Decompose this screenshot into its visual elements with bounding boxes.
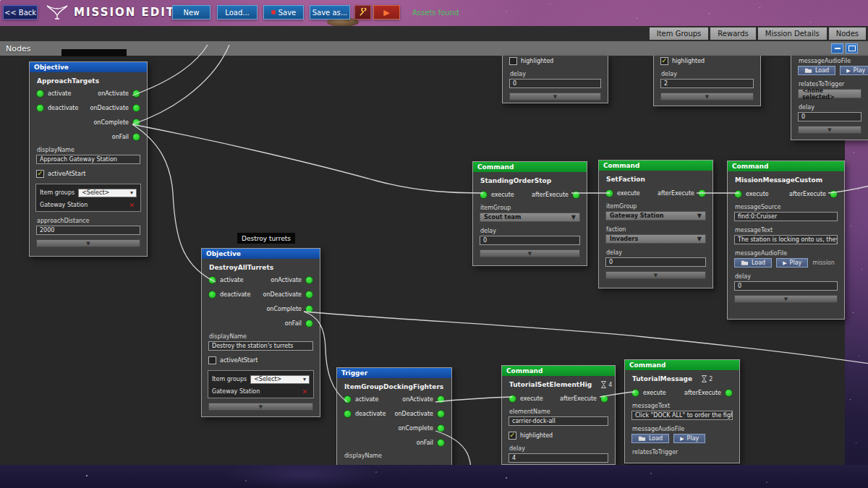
port-on-complete[interactable] <box>437 424 445 432</box>
tab-item-groups[interactable]: Item Groups <box>650 27 709 40</box>
node-header[interactable]: Command <box>473 162 587 172</box>
port-deactivate[interactable] <box>208 291 216 299</box>
highlighted-checkbox[interactable]: ✓ <box>509 432 516 440</box>
port-after-execute[interactable] <box>830 190 838 198</box>
port-after-execute[interactable] <box>725 389 733 397</box>
item-group-select[interactable]: <Select>▾ <box>78 189 137 197</box>
port-deactivate[interactable] <box>36 104 44 112</box>
node-header[interactable]: Objective <box>30 62 147 72</box>
delay-input[interactable]: 0 <box>480 236 580 245</box>
message-text-input[interactable]: The station is locking onto us, they've … <box>734 235 838 244</box>
approach-distance-input[interactable]: 2000 <box>36 226 140 235</box>
node-command-set-faction[interactable]: Command SetFaction executeafterExecute i… <box>598 160 713 288</box>
port-execute[interactable] <box>480 191 488 199</box>
back-button[interactable]: << Back <box>3 5 38 20</box>
display-name-input[interactable]: Approach Gateway Station <box>36 155 140 164</box>
collapse-node-button[interactable]: ▼ <box>208 403 313 411</box>
item-group-select[interactable]: <Select>▾ <box>250 375 310 384</box>
item-group-dropdown[interactable]: Gateway Station▼ <box>605 211 706 221</box>
port-on-deactivate[interactable] <box>305 291 313 299</box>
minimize-panel-button[interactable] <box>831 43 843 53</box>
load-audio-button[interactable]: Load <box>631 434 669 443</box>
port-deactivate[interactable] <box>344 410 352 418</box>
port-on-fail[interactable] <box>437 439 445 447</box>
port-activate[interactable] <box>208 276 216 284</box>
node-header[interactable]: Trigger <box>337 368 451 378</box>
play-audio-button[interactable]: ▶Play <box>673 434 705 443</box>
tools-button[interactable] <box>354 5 371 20</box>
node-command-tutorial-message[interactable]: Command TutorialMessage 2 executeafterEx… <box>624 359 740 463</box>
active-at-start-checkbox[interactable] <box>208 356 216 364</box>
port-after-execute[interactable] <box>600 395 608 403</box>
element-name-input[interactable]: carrier-dock-all <box>509 416 608 426</box>
message-source-input[interactable]: find:0:Cruiser <box>734 212 838 221</box>
delay-input[interactable]: 0 <box>798 112 861 121</box>
node-command-tutorial-set-element-highlight[interactable]: Command TutorialSetElementHig 4 executea… <box>501 365 616 465</box>
collapse-node-button[interactable]: ▼ <box>660 93 754 100</box>
collapse-node-button[interactable]: ▼ <box>36 239 140 247</box>
port-on-activate[interactable] <box>437 395 445 403</box>
node-partial-top-left[interactable]: highlighted delay 0 ▼ <box>502 56 608 103</box>
node-partial-top-right[interactable]: messageAudioFile Load ▶Play relatesToTri… <box>791 56 868 140</box>
highlighted-checkbox[interactable] <box>509 57 517 65</box>
collapse-node-button[interactable]: ▼ <box>509 93 601 100</box>
port-on-activate[interactable] <box>305 276 313 284</box>
collapse-node-button[interactable]: ▼ <box>734 295 838 303</box>
port-on-deactivate[interactable] <box>437 410 445 418</box>
collapse-node-button[interactable]: ▼ <box>798 126 861 134</box>
display-name-input[interactable]: Destroy the station's turrets <box>208 341 313 351</box>
port-on-fail[interactable] <box>132 133 140 141</box>
port-execute[interactable] <box>509 395 516 403</box>
port-after-execute[interactable] <box>698 189 706 197</box>
maximize-panel-button[interactable] <box>846 43 858 53</box>
port-activate[interactable] <box>36 90 44 98</box>
node-objective-approach-targets[interactable]: Objective ApproachTargets activateonActi… <box>29 61 148 257</box>
faction-dropdown[interactable]: Invaders▼ <box>605 234 706 244</box>
node-command-mission-message-custom[interactable]: Command MissionMessageCustom executeafte… <box>727 160 845 320</box>
delay-input[interactable]: 0 <box>734 281 838 291</box>
message-text-input[interactable]: Click "DOCK ALL" to order the fighters t <box>631 411 733 420</box>
item-group-dropdown[interactable]: Scout team▼ <box>480 213 580 222</box>
play-audio-button[interactable]: ▶Play <box>776 258 808 267</box>
port-execute[interactable] <box>631 389 639 397</box>
load-audio-button[interactable]: Load <box>734 258 772 267</box>
load-button[interactable]: Load... <box>217 5 258 20</box>
remove-item-button[interactable]: ✕ <box>129 202 137 209</box>
node-trigger-item-group-docking-fighters[interactable]: Trigger ItemGroupDockingFighters activat… <box>336 367 452 466</box>
port-after-execute[interactable] <box>572 191 580 199</box>
node-objective-destroy-all-turrets[interactable]: Objective DestroyAllTurrets activateonAc… <box>201 248 320 417</box>
delay-input[interactable]: 0 <box>605 257 706 267</box>
collapse-node-button[interactable]: ▼ <box>605 271 706 279</box>
load-audio-button[interactable]: Load <box>798 66 835 75</box>
port-on-deactivate[interactable] <box>132 104 140 112</box>
node-header[interactable]: Command <box>625 360 739 370</box>
node-partial-top-mid[interactable]: ✓highlighted delay 2 ▼ <box>653 56 761 106</box>
tab-nodes[interactable]: Nodes <box>829 27 866 40</box>
save-as-button[interactable]: Save as... <box>310 5 350 20</box>
port-on-fail[interactable] <box>305 320 313 328</box>
save-button[interactable]: Save <box>263 5 304 20</box>
collapse-node-button[interactable]: ▼ <box>480 249 580 257</box>
tab-mission-details[interactable]: Mission Details <box>758 27 827 40</box>
port-activate[interactable] <box>344 395 352 403</box>
new-button[interactable]: New <box>172 5 210 20</box>
node-header[interactable]: Objective <box>202 249 320 259</box>
play-audio-button[interactable]: ▶Play <box>840 66 868 75</box>
delay-input[interactable]: 4 <box>509 453 608 463</box>
node-header[interactable]: Command <box>502 366 615 376</box>
remove-item-button[interactable]: ✕ <box>302 388 310 395</box>
node-header[interactable]: Command <box>728 161 844 171</box>
port-execute[interactable] <box>605 189 613 197</box>
node-command-standing-order-stop[interactable]: Command StandingOrderStop executeafterEx… <box>472 161 587 266</box>
relates-to-trigger-dropdown[interactable]: <none selected> <box>798 89 861 98</box>
tab-rewards[interactable]: Rewards <box>710 27 755 40</box>
run-mission-button[interactable]: ▶ <box>373 5 400 20</box>
delay-input[interactable]: 2 <box>660 79 754 88</box>
delay-input[interactable]: 0 <box>509 79 601 88</box>
node-header[interactable]: Command <box>599 160 712 171</box>
highlighted-checkbox[interactable]: ✓ <box>660 57 668 65</box>
port-on-activate[interactable] <box>132 90 140 98</box>
port-execute[interactable] <box>734 190 742 198</box>
port-on-complete[interactable] <box>132 119 140 127</box>
active-at-start-checkbox[interactable]: ✓ <box>36 170 44 178</box>
